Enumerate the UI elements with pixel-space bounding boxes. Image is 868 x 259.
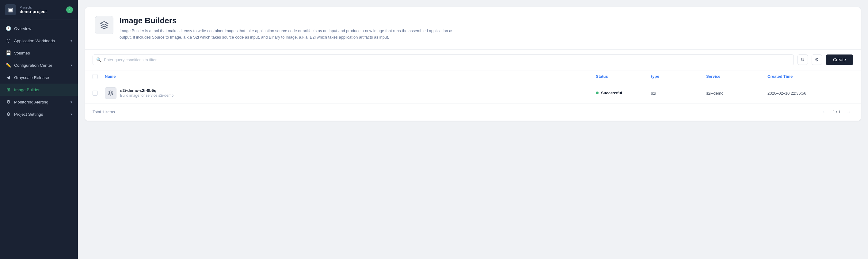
search-box: 🔍 bbox=[93, 54, 794, 65]
page-description: Image Builder is a tool that makes it ea… bbox=[120, 28, 457, 41]
builder-thumbnail bbox=[105, 87, 117, 99]
chevron-down-icon: ▾ bbox=[70, 100, 72, 104]
sidebar: ▣ Projects demo-project ✓ 🕐 Overview ⬡ A… bbox=[0, 0, 78, 259]
sidebar-item-label: Grayscale Release bbox=[14, 75, 72, 80]
row-service-cell: s2i–demo bbox=[706, 90, 768, 96]
created-time-text: 2020–02–10 22:36:56 bbox=[768, 91, 806, 96]
main-content: Image Builders Image Builder is a tool t… bbox=[78, 0, 868, 259]
sidebar-item-config-center[interactable]: ✏️ Configuration Center ▾ bbox=[0, 59, 78, 71]
volumes-icon: 💾 bbox=[5, 50, 11, 56]
config-icon: ✏️ bbox=[5, 63, 11, 68]
sidebar-item-label: Image Builder bbox=[14, 87, 72, 92]
sidebar-item-label: Volumes bbox=[14, 51, 72, 56]
col-created-header: Created Time bbox=[768, 74, 841, 79]
svg-marker-1 bbox=[108, 90, 113, 93]
project-settings-icon: ⚙ bbox=[5, 111, 11, 117]
sidebar-item-label: Application Workloads bbox=[14, 39, 67, 43]
row-type-cell: s2i bbox=[651, 90, 706, 96]
sidebar-item-project-settings[interactable]: ⚙ Project Settings ▾ bbox=[0, 108, 78, 120]
row-checkbox[interactable] bbox=[93, 90, 97, 96]
type-text: s2i bbox=[651, 91, 656, 96]
builder-name: s2i-demo-s2i-8b5q bbox=[120, 88, 174, 93]
sidebar-item-label: Monitoring Alerting bbox=[14, 100, 67, 104]
table-wrapper: Name Status type Service Created Time bbox=[85, 70, 861, 104]
status-cell: Successful bbox=[596, 90, 651, 95]
prev-page-button[interactable]: ← bbox=[820, 108, 829, 116]
chevron-down-icon: ▾ bbox=[70, 39, 72, 43]
page-header: Image Builders Image Builder is a tool t… bbox=[85, 7, 861, 49]
sidebar-item-image-builder[interactable]: ⊞ Image Builder bbox=[0, 83, 78, 96]
grayscale-icon: ◀ bbox=[5, 75, 11, 80]
col-name-header: Name bbox=[105, 74, 596, 79]
page-icon bbox=[95, 16, 114, 34]
chevron-down-icon: ▾ bbox=[70, 112, 72, 116]
settings-button[interactable]: ⚙ bbox=[812, 54, 822, 65]
sidebar-item-label: Configuration Center bbox=[14, 63, 67, 68]
sidebar-item-app-workloads[interactable]: ⬡ Application Workloads ▾ bbox=[0, 35, 78, 47]
sidebar-item-label: Overview bbox=[14, 26, 72, 31]
more-options-button[interactable]: ⋮ bbox=[841, 88, 849, 98]
total-items-label: Total 1 items bbox=[93, 110, 115, 114]
sidebar-logo-icon: ▣ bbox=[5, 4, 16, 15]
toolbar: 🔍 ↻ ⚙ Create bbox=[85, 49, 861, 70]
table-row: s2i-demo-s2i-8b5q Build image for servic… bbox=[85, 83, 861, 104]
next-page-button[interactable]: → bbox=[845, 108, 853, 116]
status-text: Successful bbox=[601, 90, 622, 95]
col-type-header: type bbox=[651, 74, 706, 79]
col-status-header: Status bbox=[596, 74, 651, 79]
header-checkbox[interactable] bbox=[93, 74, 97, 79]
sidebar-badge: ✓ bbox=[66, 6, 73, 13]
svg-marker-0 bbox=[100, 22, 107, 25]
sidebar-item-label: Project Settings bbox=[14, 112, 67, 117]
table-header-row: Name Status type Service Created Time bbox=[85, 70, 861, 83]
col-service-header: Service bbox=[706, 74, 768, 79]
sidebar-project-info: Projects demo-project bbox=[20, 5, 63, 14]
sidebar-nav: 🕐 Overview ⬡ Application Workloads ▾ 💾 V… bbox=[0, 20, 78, 259]
sidebar-header: ▣ Projects demo-project ✓ bbox=[0, 0, 78, 20]
page-title: Image Builders bbox=[120, 16, 457, 26]
sidebar-item-monitoring[interactable]: ⚙ Monitoring Alerting ▾ bbox=[0, 96, 78, 108]
sidebar-item-grayscale[interactable]: ◀ Grayscale Release bbox=[0, 71, 78, 83]
col-checkbox bbox=[93, 74, 105, 79]
page-info: 1 / 1 bbox=[833, 110, 840, 114]
status-dot bbox=[596, 91, 598, 94]
col-actions-header bbox=[841, 74, 853, 79]
row-created-cell: 2020–02–10 22:36:56 bbox=[768, 90, 841, 96]
table-footer: Total 1 items ← 1 / 1 → bbox=[85, 104, 861, 121]
create-button[interactable]: Create bbox=[826, 54, 853, 65]
pagination: ← 1 / 1 → bbox=[820, 108, 853, 116]
row-status-cell: Successful bbox=[596, 90, 651, 95]
app-workloads-icon: ⬡ bbox=[5, 38, 11, 43]
sidebar-project-name: demo-project bbox=[20, 9, 63, 14]
search-icon: 🔍 bbox=[96, 57, 101, 62]
service-text: s2i–demo bbox=[706, 91, 723, 96]
builder-info: s2i-demo-s2i-8b5q Build image for servic… bbox=[120, 88, 174, 98]
sidebar-projects-label: Projects bbox=[20, 5, 63, 9]
builder-cell: s2i-demo-s2i-8b5q Build image for servic… bbox=[105, 87, 596, 99]
page-card: Image Builders Image Builder is a tool t… bbox=[85, 7, 861, 121]
builder-desc: Build image for service s2i-demo bbox=[120, 94, 174, 98]
row-checkbox-cell bbox=[93, 90, 105, 96]
content-area: Image Builders Image Builder is a tool t… bbox=[78, 0, 868, 259]
refresh-button[interactable]: ↻ bbox=[798, 54, 808, 65]
image-builder-icon: ⊞ bbox=[5, 87, 11, 92]
sidebar-item-volumes[interactable]: 💾 Volumes bbox=[0, 47, 78, 59]
gear-icon: ⚙ bbox=[815, 57, 819, 63]
refresh-icon: ↻ bbox=[801, 57, 805, 63]
page-header-text: Image Builders Image Builder is a tool t… bbox=[120, 16, 457, 41]
row-name-cell: s2i-demo-s2i-8b5q Build image for servic… bbox=[105, 87, 596, 99]
search-input[interactable] bbox=[93, 54, 794, 65]
row-actions-cell: ⋮ bbox=[841, 88, 853, 98]
overview-icon: 🕐 bbox=[5, 26, 11, 31]
monitoring-icon: ⚙ bbox=[5, 99, 11, 105]
chevron-down-icon: ▾ bbox=[70, 63, 72, 67]
sidebar-item-overview[interactable]: 🕐 Overview bbox=[0, 22, 78, 35]
